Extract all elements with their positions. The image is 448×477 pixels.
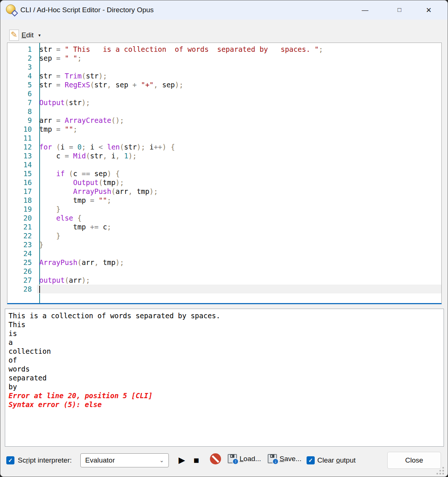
line-number: 11 [7, 134, 36, 142]
text-caret [39, 286, 40, 293]
code-line[interactable]: 19 } [7, 205, 441, 214]
code-editor[interactable]: 1str = " This is a collection of words s… [7, 43, 442, 304]
code-text: str = RegExS(str, sep + "+", sep); [37, 80, 441, 89]
bottom-toolbar: ✓ Script interpreter: Evaluator ⌄ ▶ ■ ↑ … [0, 447, 448, 477]
clear-output-label: Clear output [317, 456, 356, 464]
save-button[interactable]: ↓ Save... [268, 454, 301, 463]
code-line[interactable]: 8 [7, 107, 441, 116]
line-number: 15 [7, 169, 36, 178]
code-line[interactable]: 16 Output(tmp); [7, 178, 441, 187]
code-text: sep = " "; [37, 54, 441, 63]
load-button-label: Load... [240, 455, 261, 463]
code-line[interactable]: 6 [7, 89, 441, 98]
line-number: 22 [7, 231, 36, 240]
code-line[interactable]: 27output(arr); [7, 276, 441, 285]
code-text: tmp = ""; [37, 196, 441, 205]
code-line[interactable]: 24 [7, 249, 441, 258]
load-button[interactable]: ↑ Load... [228, 454, 261, 463]
code-line[interactable]: 3 [7, 63, 441, 71]
load-floppy-icon: ↑ [228, 454, 237, 463]
code-line[interactable]: 2sep = " "; [7, 54, 441, 63]
code-line[interactable]: 13 c = Mid(str, i, 1); [7, 151, 441, 160]
stop-script-button[interactable]: ■ [191, 455, 201, 465]
line-number: 18 [7, 196, 36, 205]
code-text [37, 134, 441, 142]
code-text: for (i = 0; i < len(str); i++) { [37, 142, 441, 151]
code-line[interactable]: 18 tmp = ""; [7, 196, 441, 205]
code-line[interactable]: 23} [7, 240, 441, 249]
minimize-button[interactable]: — [355, 0, 375, 20]
code-line[interactable]: 15 if (c == sep) { [7, 169, 441, 178]
line-number: 7 [7, 98, 36, 107]
arrow-up-icon: ↑ [232, 458, 239, 465]
code-text [37, 89, 441, 98]
code-line[interactable]: 22 } [7, 231, 441, 240]
abort-button[interactable] [210, 453, 221, 464]
code-text: ArrayPush(arr, tmp); [37, 258, 441, 267]
output-error-line: Error at line 20, position 5 [CLI] [9, 391, 442, 400]
code-text [37, 267, 441, 276]
block-slash-icon [212, 455, 220, 463]
floppy-slit [271, 455, 272, 457]
code-line[interactable]: 9arr = ArrayCreate(); [7, 116, 441, 125]
line-number: 19 [7, 205, 36, 214]
menu-bar: ✎ Edit ▼ [0, 20, 448, 43]
code-text [37, 160, 441, 169]
output-pane[interactable]: This is a collection of words separated … [5, 309, 444, 447]
code-text: str = Trim(str); [37, 71, 441, 80]
close-button[interactable]: Close [387, 452, 441, 469]
code-line[interactable]: 17 ArrayPush(arr, tmp); [7, 187, 441, 196]
edit-menu-button[interactable]: ✎ Edit ▼ [9, 28, 41, 42]
arrow-down-icon: ↓ [272, 458, 279, 465]
output-line: This is a collection of words separated … [9, 311, 442, 320]
output-line: by [9, 382, 442, 391]
code-line[interactable]: 14 [7, 160, 441, 169]
code-line[interactable]: 1str = " This is a collection of words s… [7, 45, 441, 54]
code-text: else { [37, 214, 441, 222]
close-window-button[interactable]: ✕ [418, 0, 439, 20]
code-text: output(arr); [37, 276, 441, 285]
maximize-button[interactable]: □ [390, 0, 409, 20]
line-number: 14 [7, 160, 36, 169]
code-line[interactable]: 21 tmp += c; [7, 222, 441, 231]
code-text: str = " This is a collection of words se… [37, 45, 441, 54]
interpreter-select[interactable]: Evaluator ⌄ [80, 453, 169, 467]
pencil-glyph: ✎ [11, 31, 17, 39]
code-line[interactable]: 4str = Trim(str); [7, 71, 441, 80]
output-line: words [9, 365, 442, 373]
line-number: 28 [7, 285, 36, 293]
code-line[interactable]: 5str = RegExS(str, sep + "+", sep); [7, 80, 441, 89]
resize-grip[interactable] [442, 473, 444, 474]
line-number: 10 [7, 125, 36, 134]
code-text: c = Mid(str, i, 1); [37, 151, 441, 160]
code-text: Output(tmp); [37, 178, 441, 187]
floppy-slit [231, 455, 232, 457]
code-text: arr = ArrayCreate(); [37, 116, 441, 125]
interpreter-select-value: Evaluator [85, 456, 159, 464]
code-line[interactable]: 7Output(str); [7, 98, 441, 107]
line-number: 1 [7, 45, 36, 54]
line-number: 23 [7, 240, 36, 249]
code-line[interactable]: 26 [7, 267, 441, 276]
line-number: 9 [7, 116, 36, 125]
save-floppy-icon: ↓ [268, 454, 277, 463]
script-interpreter-checkbox[interactable]: ✓ [6, 456, 14, 464]
line-number: 8 [7, 107, 36, 116]
clear-output-checkbox[interactable]: ✓ [307, 456, 315, 464]
code-text [37, 107, 441, 116]
line-number: 16 [7, 178, 36, 187]
code-line[interactable]: 10tmp = ""; [7, 125, 441, 134]
code-line[interactable]: 12for (i = 0; i < len(str); i++) { [7, 142, 441, 151]
run-script-button[interactable]: ▶ [177, 455, 186, 465]
code-lines: 1str = " This is a collection of words s… [7, 45, 441, 293]
code-line[interactable]: 28 [7, 285, 441, 293]
chevron-down-icon: ⌄ [159, 457, 164, 464]
line-number: 2 [7, 54, 36, 63]
code-line[interactable]: 20 else { [7, 214, 441, 222]
output-lines: This is a collection of words separated … [9, 311, 442, 409]
code-line[interactable]: 11 [7, 134, 441, 142]
title-bar: CLI / Ad-Hoc Script Editor - Directory O… [0, 0, 448, 20]
code-text: } [37, 205, 441, 214]
edit-pencil-icon: ✎ [9, 30, 19, 41]
code-line[interactable]: 25ArrayPush(arr, tmp); [7, 258, 441, 267]
